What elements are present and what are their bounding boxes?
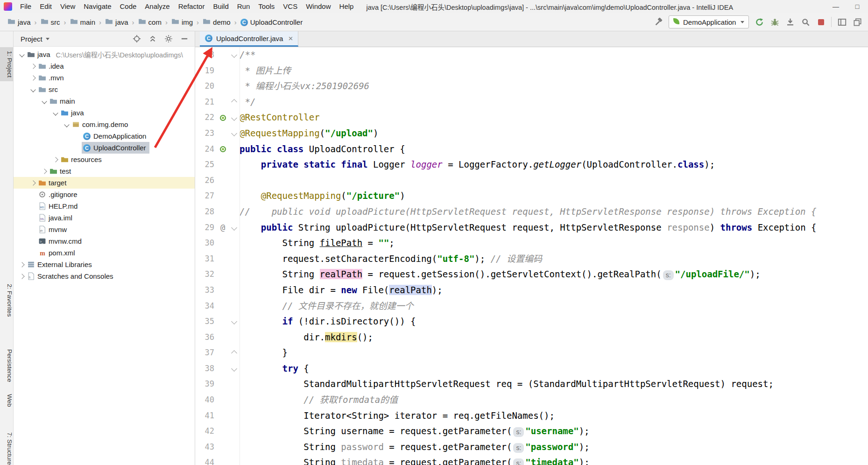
tree-item-resources[interactable]: resources xyxy=(13,154,195,165)
tree-chevron[interactable] xyxy=(42,99,47,104)
search-button[interactable] xyxy=(800,17,811,27)
tree-chevron[interactable] xyxy=(19,274,24,279)
tree-item-external-libraries[interactable]: External Libraries xyxy=(13,259,195,270)
toolwindow-button-web[interactable]: Web xyxy=(0,390,13,411)
editor-tab-uploadcontroller[interactable]: C UploadController.java × xyxy=(200,31,298,47)
collapse-all-button[interactable] xyxy=(148,34,157,43)
code-line-36[interactable]: 36 dir.mkdirs(); xyxy=(195,330,868,345)
rerun-button[interactable] xyxy=(754,17,764,27)
line-number[interactable]: 44 xyxy=(195,455,217,465)
code-line-37[interactable]: 37 } xyxy=(195,345,868,361)
code-line-23[interactable]: 23@RequestMapping("/upload") xyxy=(195,126,868,141)
line-number[interactable]: 40 xyxy=(195,392,217,408)
fold-marker[interactable] xyxy=(231,52,237,58)
project-panel-title[interactable]: Project xyxy=(21,35,49,43)
code-line-21[interactable]: 21 */ xyxy=(195,94,868,110)
breadcrumb-item-com[interactable]: com xyxy=(136,16,163,28)
tree-item-src[interactable]: src xyxy=(13,84,195,95)
build-button[interactable] xyxy=(653,17,663,27)
tree-item-help-md[interactable]: MDHELP.md xyxy=(13,200,195,212)
line-number[interactable]: 29 xyxy=(195,220,217,236)
fold-marker[interactable] xyxy=(231,366,237,372)
run-config-select[interactable]: DemoApplication xyxy=(669,15,749,28)
menu-view[interactable]: View xyxy=(56,0,79,13)
fold-marker[interactable] xyxy=(231,225,237,231)
code-line-28[interactable]: 28// public void uploadPicture(HttpServl… xyxy=(195,204,868,220)
code-line-22[interactable]: 22@RestController xyxy=(195,110,868,126)
breadcrumb-item-src[interactable]: src xyxy=(39,16,62,28)
line-number[interactable]: 42 xyxy=(195,423,217,439)
toolwindow-button-persistence[interactable]: Persistence xyxy=(0,345,13,386)
breadcrumb-item-uploadcontroller[interactable]: CUploadController xyxy=(239,17,305,27)
maximize-button[interactable]: □ xyxy=(847,0,868,13)
toolwindow-button-7-structure[interactable]: 7: Structure xyxy=(0,429,13,465)
menu-tools[interactable]: Tools xyxy=(254,0,279,13)
line-number[interactable]: 36 xyxy=(195,330,217,345)
code-line-39[interactable]: 39 StandardMultipartHttpServletRequest r… xyxy=(195,376,868,392)
stop-button[interactable] xyxy=(816,17,826,27)
minimize-button[interactable]: — xyxy=(825,0,847,13)
fold-marker[interactable] xyxy=(231,115,237,121)
locate-button[interactable] xyxy=(132,34,141,43)
breadcrumb-item-java[interactable]: java xyxy=(103,16,130,28)
breadcrumb-item-java[interactable]: java xyxy=(6,16,33,28)
line-number[interactable]: 41 xyxy=(195,408,217,424)
tree-chevron[interactable] xyxy=(64,122,69,127)
tree-chevron[interactable] xyxy=(53,157,58,162)
line-number[interactable]: 30 xyxy=(195,235,217,251)
line-number[interactable]: 33 xyxy=(195,282,217,298)
code-line-26[interactable]: 26 xyxy=(195,173,868,189)
code-line-43[interactable]: 43 String password = request.getParamete… xyxy=(195,439,868,455)
tree-item-java-iml[interactable]: IMLjava.iml xyxy=(13,212,195,224)
code-line-40[interactable]: 40 // 获取formdata的值 xyxy=(195,392,868,408)
code-line-27[interactable]: 27 @RequestMapping("/picture") xyxy=(195,188,868,204)
tree-chevron[interactable] xyxy=(19,262,24,267)
code-line-38[interactable]: 38 try { xyxy=(195,361,868,377)
breadcrumb-item-demo[interactable]: demo xyxy=(201,16,233,28)
tree-item-mvnw-cmd[interactable]: >_mvnw.cmd xyxy=(13,235,195,247)
line-number[interactable]: 24 xyxy=(195,141,217,157)
fold-marker[interactable] xyxy=(231,99,237,105)
line-number[interactable]: 23 xyxy=(195,126,217,141)
tree-chevron[interactable] xyxy=(30,87,35,92)
tree-item-test[interactable]: test xyxy=(13,165,195,177)
code-editor[interactable]: 18/**19 * 图片上传20 * 编程小石头vx:250190269621 … xyxy=(195,47,868,465)
tree-item-demoapplication[interactable]: CDemoApplication xyxy=(13,130,195,142)
code-line-34[interactable]: 34 // 文件目录不存在，就创建一个 xyxy=(195,298,868,314)
hide-button[interactable] xyxy=(180,34,189,43)
fold-marker[interactable] xyxy=(231,319,237,325)
line-number[interactable]: 34 xyxy=(195,298,217,314)
menu-navigate[interactable]: Navigate xyxy=(79,0,115,13)
code-line-35[interactable]: 35 if (!dir.isDirectory()) { xyxy=(195,314,868,330)
tree-item-target[interactable]: target xyxy=(13,177,195,189)
tree-item-com-img-demo[interactable]: com.img.demo xyxy=(13,119,195,130)
line-number[interactable]: 31 xyxy=(195,251,217,267)
tree-item-java[interactable]: javaC:\Users\编程小石头\Desktop\uploadimgs\ xyxy=(13,49,195,60)
tree-item-java[interactable]: java xyxy=(13,107,195,119)
tree-chevron[interactable] xyxy=(42,169,47,174)
tree-item-main[interactable]: main xyxy=(13,95,195,107)
line-number[interactable]: 32 xyxy=(195,267,217,282)
line-number[interactable]: 28 xyxy=(195,204,217,220)
menu-window[interactable]: Window xyxy=(302,0,335,13)
line-number[interactable]: 21 xyxy=(195,94,217,110)
menu-file[interactable]: File xyxy=(16,0,35,13)
tree-item-mvnw[interactable]: shmvnw xyxy=(13,224,195,235)
tree-chevron[interactable] xyxy=(30,63,35,69)
line-number[interactable]: 20 xyxy=(195,78,217,94)
menu-build[interactable]: Build xyxy=(209,0,233,13)
breadcrumb-item-img[interactable]: img xyxy=(169,16,195,28)
menu-edit[interactable]: Edit xyxy=(35,0,56,13)
code-line-33[interactable]: 33 File dir = new File(realPath); xyxy=(195,282,868,298)
menu-analyze[interactable]: Analyze xyxy=(141,0,174,13)
menu-vcs[interactable]: VCS xyxy=(279,0,302,13)
code-line-41[interactable]: 41 Iterator<String> iterator = req.getFi… xyxy=(195,408,868,424)
code-line-31[interactable]: 31 request.setCharacterEncoding("utf-8")… xyxy=(195,251,868,267)
tree-item-uploadcontroller[interactable]: CUploadController xyxy=(13,142,195,154)
fold-marker[interactable] xyxy=(231,130,237,136)
menu-run[interactable]: Run xyxy=(233,0,254,13)
line-number[interactable]: 18 xyxy=(195,47,217,63)
line-number[interactable]: 25 xyxy=(195,157,217,173)
code-line-20[interactable]: 20 * 编程小石头vx:2501902696 xyxy=(195,78,868,94)
code-line-29[interactable]: 29@ public String uploadPicture(HttpServ… xyxy=(195,220,868,236)
